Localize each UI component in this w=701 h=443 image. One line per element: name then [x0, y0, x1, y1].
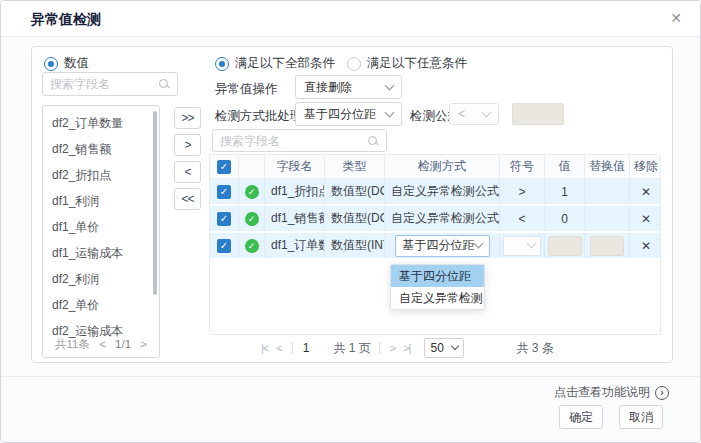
- table-row: ✓ ✓ df1_订单数量 数值型(INT) 基于四分位距: [210, 233, 660, 260]
- table-row: ✓ ✓ df1_销售额 数值型(DOUBL 自定义异常检测公式 < 0 ✕: [210, 206, 660, 233]
- remove-row-icon[interactable]: ✕: [641, 212, 651, 226]
- list-item[interactable]: df2_折扣点: [43, 162, 159, 188]
- batch-method-select[interactable]: 基于四分位距: [295, 102, 402, 126]
- column-header-remove: 移除: [630, 155, 662, 178]
- cell-replace: [585, 179, 630, 204]
- row-checkbox[interactable]: ✓: [217, 239, 231, 253]
- batch-method-select-value: 基于四分位距: [304, 106, 376, 123]
- status-column-header: [239, 155, 265, 178]
- table-search-input[interactable]: [220, 134, 367, 148]
- list-item[interactable]: df1_利润: [43, 188, 159, 214]
- operation-select-value: 直接删除: [304, 79, 352, 96]
- column-header-replace: 替换值: [585, 155, 630, 178]
- column-header-value: 值: [545, 155, 585, 178]
- cell-symbol: <: [500, 206, 545, 231]
- numeric-radio-label: 数值: [64, 55, 89, 72]
- list-item[interactable]: df1_单价: [43, 214, 159, 240]
- operation-select[interactable]: 直接删除: [295, 75, 402, 99]
- radio-selected-icon[interactable]: [44, 57, 58, 71]
- ok-button[interactable]: 确定: [559, 405, 603, 429]
- dialog-body: 数值 df2_订单数量 df2_销售额 df2_折扣点 df1_利润 df1_单…: [1, 37, 700, 442]
- list-page-indicator: 1/1: [115, 338, 131, 350]
- row-checkbox[interactable]: ✓: [217, 185, 231, 199]
- circle-arrow-icon: ›: [655, 386, 669, 400]
- select-all-checkbox[interactable]: ✓: [217, 160, 231, 174]
- radio-any-conditions[interactable]: [347, 57, 361, 71]
- cell-field: df1_订单数量: [265, 233, 325, 258]
- value-input-disabled: [548, 236, 582, 256]
- chevron-down-icon: [385, 107, 395, 117]
- dropdown-option-selected[interactable]: 基于四分位距: [391, 265, 484, 287]
- page-size-value: 50: [430, 341, 443, 355]
- table-pagination: |< < 1 共 1 页 > >| 50 共 3 条: [209, 338, 661, 358]
- remove-row-icon[interactable]: ✕: [641, 239, 651, 253]
- method-select-open[interactable]: 基于四分位距: [395, 235, 490, 257]
- numeric-radio[interactable]: 数值: [44, 55, 89, 72]
- chevron-down-icon: [482, 107, 492, 117]
- main-panel: 数值 df2_订单数量 df2_销售额 df2_折扣点 df1_利润 df1_单…: [31, 46, 673, 363]
- list-item[interactable]: df2_销售额: [43, 136, 159, 162]
- total-pages: 共 1 页: [333, 340, 370, 357]
- first-page-icon[interactable]: |<: [261, 342, 268, 354]
- radio-all-conditions[interactable]: [215, 57, 229, 71]
- search-icon: [367, 135, 379, 147]
- cell-method: 自定义异常检测公式: [385, 179, 500, 204]
- list-item[interactable]: df2_利润: [43, 266, 159, 292]
- row-checkbox[interactable]: ✓: [217, 212, 231, 226]
- batch-method-label: 检测方式批处理: [215, 108, 303, 125]
- chevron-down-icon: [451, 342, 459, 350]
- list-prev-icon[interactable]: <: [99, 338, 106, 350]
- dropdown-option[interactable]: 自定义异常检测...: [391, 287, 484, 309]
- cell-type: 数值型(DOUBL: [325, 179, 385, 204]
- current-page[interactable]: 1: [303, 341, 310, 355]
- list-next-icon[interactable]: >: [140, 338, 147, 350]
- condition-mode-radios: 满足以下全部条件 满足以下任意条件: [215, 55, 467, 72]
- cell-field: df1_销售额: [265, 206, 325, 231]
- search-icon: [158, 78, 170, 90]
- table-header-row: ✓ 字段名 类型 检测方式 符号 值 替换值 移除: [210, 155, 660, 179]
- table-search-box: [212, 129, 387, 152]
- footer-divider: [1, 376, 700, 377]
- symbol-select-disabled: [503, 236, 541, 256]
- help-link[interactable]: 点击查看功能说明 ›: [554, 384, 669, 401]
- cell-method: 自定义异常检测公式: [385, 206, 500, 231]
- column-header-type: 类型: [325, 155, 385, 178]
- replace-input-disabled: [590, 236, 624, 256]
- total-items: 共 3 条: [516, 340, 553, 357]
- column-header-field: 字段名: [265, 155, 325, 178]
- field-list: df2_订单数量 df2_销售额 df2_折扣点 df1_利润 df1_单价 d…: [42, 105, 160, 358]
- page-size-select[interactable]: 50: [424, 338, 464, 358]
- move-left-button[interactable]: <: [174, 161, 201, 183]
- next-page-icon[interactable]: >: [390, 342, 395, 354]
- dialog-titlebar: 异常值检测 ✕: [1, 1, 700, 37]
- list-item[interactable]: df1_运输成本: [43, 240, 159, 266]
- valid-check-icon: ✓: [245, 185, 259, 199]
- valid-check-icon: ✓: [245, 239, 259, 253]
- cell-field: df1_折扣点: [265, 179, 325, 204]
- cancel-button[interactable]: 取消: [619, 405, 663, 429]
- conditions-table: ✓ 字段名 类型 检测方式 符号 值 替换值 移除 ✓ ✓ df1_折扣点 数值…: [209, 154, 661, 335]
- list-scrollbar[interactable]: [153, 111, 157, 295]
- radio-any-conditions-label: 满足以下任意条件: [367, 55, 467, 72]
- list-item[interactable]: df2_单价: [43, 292, 159, 318]
- chevron-down-icon: [473, 239, 483, 249]
- last-page-icon[interactable]: >|: [403, 342, 410, 354]
- cell-symbol: >: [500, 179, 545, 204]
- column-header-symbol: 符号: [500, 155, 545, 178]
- chevron-down-icon: [527, 239, 537, 249]
- outlier-detection-dialog: 异常值检测 ✕ 数值 df2_订单数量 df2_销售额 df2_折扣点 df1_…: [0, 0, 701, 443]
- help-link-label: 点击查看功能说明: [554, 384, 650, 401]
- remove-row-icon[interactable]: ✕: [641, 185, 651, 199]
- move-all-right-button[interactable]: >>: [174, 107, 201, 129]
- prev-page-icon[interactable]: <: [276, 342, 281, 354]
- list-item[interactable]: df2_订单数量: [43, 110, 159, 136]
- cell-type: 数值型(INT): [325, 233, 385, 258]
- close-icon[interactable]: ✕: [670, 10, 682, 26]
- move-right-button[interactable]: >: [174, 134, 201, 156]
- divider: [292, 342, 293, 354]
- formula-value-input-disabled: [512, 103, 564, 125]
- column-header-method: 检测方式: [385, 155, 500, 178]
- move-all-left-button[interactable]: <<: [174, 188, 201, 210]
- field-search-input[interactable]: [50, 77, 158, 91]
- valid-check-icon: ✓: [245, 212, 259, 226]
